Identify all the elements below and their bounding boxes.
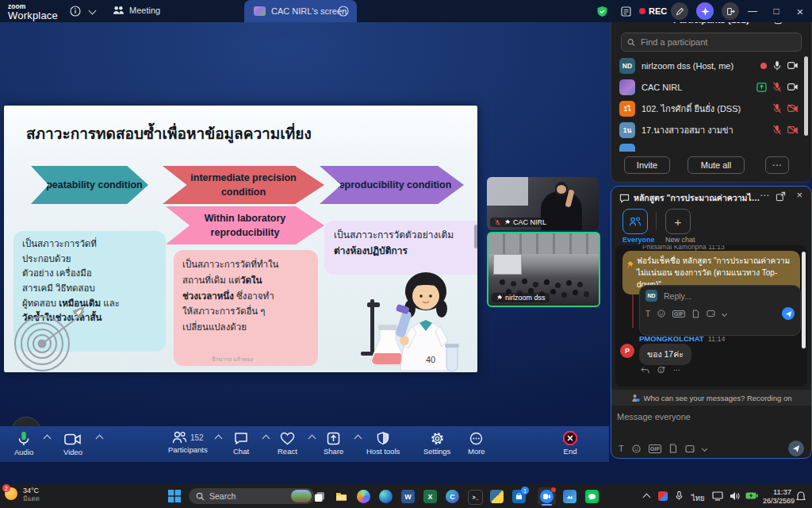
format-icon[interactable]: T bbox=[645, 310, 650, 318]
tab-meeting[interactable]: Meeting bbox=[113, 5, 160, 15]
copilot-icon[interactable] bbox=[357, 490, 370, 503]
reply-input[interactable] bbox=[662, 291, 795, 302]
video-button[interactable]: Video bbox=[63, 431, 82, 456]
line-icon[interactable] bbox=[585, 490, 599, 503]
workspace-chevron-icon[interactable] bbox=[89, 7, 97, 15]
mute-all-button[interactable]: Mute all bbox=[688, 156, 745, 174]
participant-search-input[interactable] bbox=[639, 37, 795, 48]
word-icon[interactable]: W bbox=[401, 490, 415, 503]
file-icon[interactable] bbox=[692, 310, 699, 318]
zoom-app-icon[interactable] bbox=[538, 487, 556, 506]
privacy-banner[interactable]: Who can see your messages? Recording on bbox=[611, 390, 811, 406]
host-tools-button[interactable]: Host tools bbox=[366, 431, 400, 456]
participant-row-partial[interactable] bbox=[611, 140, 806, 152]
send-message-button[interactable] bbox=[788, 441, 804, 456]
terminal-icon[interactable]: >_ bbox=[468, 490, 483, 505]
add-reaction-icon[interactable] bbox=[657, 366, 665, 374]
tab-new-chat[interactable]: + New chat bbox=[665, 209, 695, 244]
ai-companion-button[interactable] bbox=[696, 2, 714, 20]
message-more-icon[interactable]: ⋯ bbox=[673, 366, 680, 374]
info-icon[interactable] bbox=[70, 6, 81, 17]
more-compose-chevron[interactable] bbox=[722, 310, 727, 316]
message-bubble[interactable]: ของ 17ค่ะ bbox=[639, 344, 691, 365]
chat-button[interactable]: Chat bbox=[233, 431, 249, 456]
more-button[interactable]: More bbox=[468, 431, 485, 456]
video1-label: CAC NIRL bbox=[490, 217, 550, 227]
send-reply-button[interactable] bbox=[782, 307, 795, 320]
notifications-icon[interactable] bbox=[796, 491, 806, 501]
audio-options-chevron[interactable] bbox=[44, 435, 52, 443]
volume-icon[interactable] bbox=[730, 491, 740, 501]
participant-search[interactable] bbox=[621, 33, 802, 52]
invite-button[interactable]: Invite bbox=[624, 156, 670, 174]
compose-area[interactable]: T GIF bbox=[615, 409, 807, 453]
photos-icon[interactable] bbox=[563, 490, 576, 503]
store-icon[interactable]: 1 bbox=[512, 490, 526, 503]
video-tile-cac-nirl[interactable]: CAC NIRL bbox=[487, 177, 599, 230]
tray-app-icon[interactable] bbox=[658, 491, 668, 501]
share-options-chevron[interactable] bbox=[354, 435, 362, 443]
participants-options-chevron[interactable] bbox=[215, 435, 223, 443]
file-explorer-icon[interactable] bbox=[335, 490, 348, 503]
edge-icon[interactable] bbox=[379, 490, 393, 503]
participant-row-cac-nirl[interactable]: CAC NIRL bbox=[611, 76, 806, 98]
cast-display-icon[interactable] bbox=[712, 491, 723, 501]
screenshot-icon[interactable] bbox=[685, 444, 695, 453]
annotate-pencil-button[interactable] bbox=[671, 2, 688, 20]
gif-icon[interactable]: GIF bbox=[672, 310, 685, 318]
chat-close-icon[interactable]: × bbox=[796, 189, 802, 201]
tab-shared-screen[interactable]: CAC NIRL's screen bbox=[244, 0, 357, 22]
canva-icon[interactable]: C bbox=[446, 490, 459, 503]
video-options-chevron[interactable] bbox=[96, 435, 104, 443]
start-button[interactable] bbox=[168, 490, 181, 502]
chat-more-icon[interactable]: ⋯ bbox=[760, 190, 770, 201]
react-options-chevron[interactable] bbox=[308, 435, 316, 443]
language-indicator[interactable]: ไทย bbox=[691, 492, 705, 504]
task-view-icon[interactable] bbox=[312, 490, 326, 503]
participants-button[interactable]: 152 Participants bbox=[168, 431, 208, 454]
tab-more-icon[interactable] bbox=[338, 6, 349, 17]
security-shield-icon[interactable] bbox=[596, 6, 608, 17]
participants-more-button[interactable]: ⋯ bbox=[765, 156, 789, 174]
chat-popout-icon[interactable] bbox=[776, 191, 786, 202]
battery-icon[interactable] bbox=[745, 492, 758, 499]
leave-window-button[interactable] bbox=[722, 2, 739, 20]
tray-mic-icon[interactable] bbox=[675, 491, 684, 501]
participant-row-host[interactable]: ND nirlzoom dss (Host, me) bbox=[611, 55, 806, 76]
clock[interactable]: 11:37 26/3/2569 bbox=[763, 487, 791, 506]
share-button[interactable]: Share bbox=[324, 431, 343, 456]
meeting-summary-icon[interactable] bbox=[620, 6, 632, 17]
reply-thread-icon[interactable] bbox=[641, 367, 649, 374]
compose-input[interactable] bbox=[615, 411, 810, 422]
emoji-icon[interactable] bbox=[657, 310, 665, 318]
clipped-message-author: Phitsamai Kamonpha 11:13 bbox=[642, 245, 725, 251]
taskbar-search[interactable]: Search bbox=[189, 488, 315, 504]
python-icon[interactable] bbox=[490, 490, 504, 503]
minimize-button[interactable]: — bbox=[744, 6, 761, 17]
close-button[interactable]: × bbox=[791, 5, 809, 18]
gif-icon[interactable]: GIF bbox=[649, 444, 662, 453]
emoji-icon[interactable] bbox=[632, 444, 641, 453]
participants-scrollbar[interactable] bbox=[804, 56, 808, 136]
weather-widget[interactable]: 2 34°C มีแดด bbox=[5, 487, 40, 502]
chat-options-chevron[interactable] bbox=[262, 435, 270, 443]
tray-expand-chevron[interactable] bbox=[643, 494, 651, 502]
participant-row-17[interactable]: 1น 17.นางสาวอสมา งามข่า bbox=[611, 119, 806, 140]
react-button[interactable]: React bbox=[278, 431, 297, 456]
settings-button[interactable]: Settings bbox=[423, 431, 450, 456]
end-button[interactable]: End bbox=[563, 431, 577, 456]
arrow-reproducibility: Reproducibility condition bbox=[320, 166, 464, 204]
screenshot-icon[interactable] bbox=[707, 310, 715, 318]
more-compose-chevron[interactable] bbox=[702, 445, 707, 451]
chat-scrollbar[interactable] bbox=[802, 252, 806, 348]
file-icon[interactable] bbox=[669, 444, 677, 453]
maximize-button[interactable]: □ bbox=[768, 6, 785, 17]
audio-button[interactable]: Audio bbox=[14, 431, 33, 456]
video-tile-nirlzoom[interactable]: nirlzoom dss bbox=[487, 232, 600, 307]
thumbnail-scrollbar[interactable] bbox=[474, 225, 477, 248]
reply-box[interactable]: ND T GIF bbox=[639, 285, 801, 336]
excel-icon[interactable]: X bbox=[423, 490, 437, 503]
tab-everyone[interactable]: Everyone bbox=[622, 209, 655, 244]
participant-row-102[interactable]: 1ไ 102. ไกรศักดิ์ ยืนยั่ง (DSS) bbox=[611, 98, 806, 119]
format-icon[interactable]: T bbox=[619, 444, 624, 453]
